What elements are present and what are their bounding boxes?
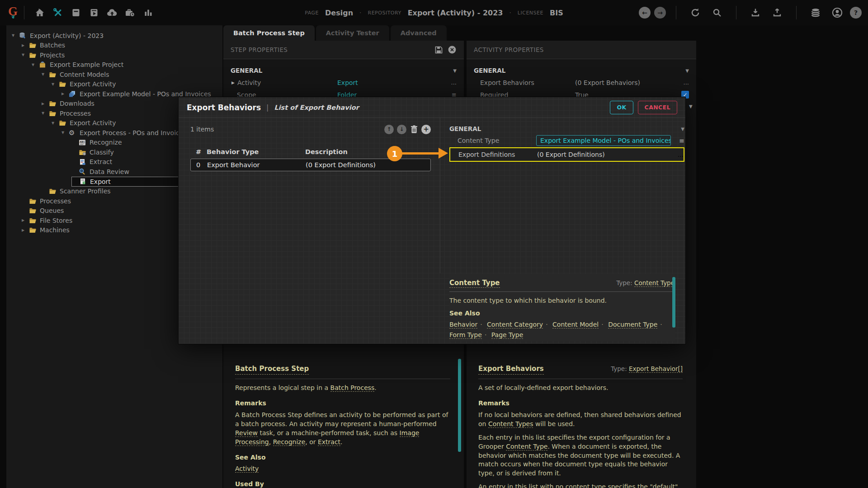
batches-icon[interactable] bbox=[69, 6, 83, 19]
doc-heading[interactable]: Export Behaviors bbox=[478, 364, 544, 375]
content-type-link[interactable]: Content Type bbox=[506, 443, 547, 450]
expander-icon[interactable] bbox=[22, 218, 29, 222]
expander-icon[interactable] bbox=[42, 111, 49, 115]
divider bbox=[796, 6, 797, 19]
content-model-link[interactable]: Content Model bbox=[552, 321, 599, 328]
expander-icon[interactable] bbox=[42, 72, 49, 76]
expander-icon[interactable] bbox=[61, 131, 69, 135]
cancel-button[interactable]: CANCEL bbox=[638, 101, 677, 114]
behavior-link[interactable]: Behavior bbox=[449, 321, 477, 328]
search-icon[interactable] bbox=[710, 6, 724, 19]
home-icon[interactable] bbox=[33, 6, 47, 19]
property-help-panel: Content Type Type: Content Type The cont… bbox=[449, 274, 675, 341]
chevron-down-icon[interactable]: ▼ bbox=[689, 104, 693, 109]
grooper-logo-icon[interactable]: G❦ bbox=[8, 7, 18, 19]
ellipsis-button[interactable]: ... bbox=[444, 79, 457, 86]
expander-icon[interactable] bbox=[12, 33, 19, 38]
type-link[interactable]: Content Type bbox=[634, 279, 675, 287]
export-behaviors-dialog: Export Behaviors | List of Export Behavi… bbox=[178, 97, 686, 344]
cloud-upload-icon[interactable] bbox=[105, 6, 119, 19]
tab-activity-tester[interactable]: Activity Tester bbox=[316, 25, 389, 41]
content-types-link[interactable]: Content Types bbox=[488, 420, 533, 428]
back-button[interactable]: ← bbox=[639, 7, 651, 19]
data-review-icon bbox=[79, 168, 88, 175]
tree-item-batches[interactable]: Batches bbox=[22, 41, 222, 51]
help-icon[interactable]: ? bbox=[850, 7, 862, 19]
design-tools-icon[interactable] bbox=[51, 6, 65, 19]
general-section-label: GENERAL bbox=[474, 67, 505, 74]
user-icon[interactable] bbox=[830, 6, 844, 19]
property-row-export-definitions-highlighted[interactable]: Export Definitions (0 Export Definitions… bbox=[449, 147, 684, 162]
form-type-link[interactable]: Form Type bbox=[449, 331, 482, 339]
activity-link[interactable]: Activity bbox=[235, 465, 259, 473]
scrollbar[interactable] bbox=[672, 277, 675, 328]
recognize-link[interactable]: Recognize bbox=[273, 438, 306, 446]
property-row-activity[interactable]: ▶Activity Export ... bbox=[231, 76, 457, 89]
document-type-link[interactable]: Document Type bbox=[608, 321, 657, 328]
tree-item-project[interactable]: Export Example Project bbox=[32, 60, 222, 70]
chevron-down-icon[interactable]: ▼ bbox=[453, 68, 457, 73]
expand-arrow-icon[interactable]: ▶ bbox=[231, 80, 235, 85]
review-link[interactable]: Review bbox=[235, 429, 258, 437]
hamburger-icon[interactable]: ≡ bbox=[671, 137, 684, 144]
activity-properties-title: ACTIVITY PROPERTIES bbox=[474, 46, 544, 53]
download-icon[interactable] bbox=[749, 6, 762, 19]
scrollbar[interactable] bbox=[458, 359, 461, 452]
annotation-arrow-head bbox=[439, 148, 448, 159]
database-icon[interactable] bbox=[809, 6, 822, 19]
expander-icon[interactable] bbox=[22, 53, 29, 57]
tree-item-root[interactable]: Export (Activity) - 2023 bbox=[12, 31, 222, 41]
ellipsis-button[interactable]: ... bbox=[670, 151, 684, 158]
folder-icon bbox=[49, 71, 58, 78]
tree-item-content-models[interactable]: Content Models bbox=[42, 70, 222, 80]
delete-button[interactable] bbox=[410, 125, 418, 134]
separator-dot: · bbox=[509, 9, 511, 16]
licensee-label: LICENSEE bbox=[518, 10, 543, 16]
batch-process-link[interactable]: Batch Process bbox=[330, 384, 375, 392]
page-type-link[interactable]: Page Type bbox=[491, 331, 524, 339]
dialog-title: Export Behaviors bbox=[187, 103, 261, 112]
see-also-label: See Also bbox=[235, 453, 450, 462]
expander-icon[interactable] bbox=[52, 82, 59, 86]
chevron-down-icon[interactable]: ▼ bbox=[685, 68, 689, 73]
expander-icon[interactable] bbox=[42, 102, 49, 106]
close-icon[interactable] bbox=[448, 45, 457, 54]
ellipsis-button[interactable]: ... bbox=[676, 79, 689, 86]
divider bbox=[478, 379, 683, 379]
help-heading[interactable]: Content Type bbox=[449, 279, 500, 288]
folder-icon bbox=[49, 110, 58, 117]
content-type-value[interactable]: Export Example Model - POs and Invoices bbox=[536, 135, 671, 146]
move-down-button[interactable]: ↓ bbox=[397, 125, 406, 134]
folder-icon bbox=[29, 217, 38, 224]
batch-run-icon[interactable] bbox=[87, 6, 101, 19]
property-row-content-type[interactable]: Content Type Export Example Model - POs … bbox=[449, 134, 684, 146]
tree-item-projects[interactable]: Projects bbox=[22, 50, 222, 60]
move-up-button[interactable]: ↑ bbox=[384, 125, 394, 134]
page-label: PAGE bbox=[305, 10, 319, 16]
tab-batch-process-step[interactable]: Batch Process Step bbox=[223, 25, 315, 41]
annotation-arrow-line bbox=[401, 152, 439, 155]
expander-icon[interactable] bbox=[52, 121, 59, 125]
content-category-link[interactable]: Content Category bbox=[487, 321, 543, 328]
chevron-down-icon[interactable]: ▼ bbox=[681, 127, 684, 131]
add-button[interactable]: + bbox=[421, 125, 431, 134]
save-icon[interactable] bbox=[434, 46, 443, 54]
expander-icon[interactable] bbox=[32, 63, 39, 67]
ok-button[interactable]: OK bbox=[610, 101, 633, 114]
refresh-icon[interactable] bbox=[689, 6, 702, 19]
expander-icon[interactable] bbox=[22, 43, 29, 47]
tab-advanced[interactable]: Advanced bbox=[391, 25, 447, 41]
doc-heading[interactable]: Batch Process Step bbox=[235, 364, 309, 375]
property-row-export-behaviors[interactable]: Export Behaviors (0 Export Behaviors) ..… bbox=[474, 76, 689, 89]
expander-icon[interactable] bbox=[22, 228, 29, 232]
stats-icon[interactable] bbox=[142, 6, 155, 19]
forward-button[interactable]: → bbox=[654, 7, 666, 19]
jobs-icon[interactable] bbox=[123, 6, 137, 19]
general-section-label: GENERAL bbox=[231, 67, 262, 74]
type-link[interactable]: Export Behavior[] bbox=[629, 365, 683, 373]
step-properties-title: STEP PROPERTIES bbox=[231, 46, 288, 53]
tree-item-export-activity[interactable]: Export Activity bbox=[52, 80, 222, 89]
extract-link[interactable]: Extract bbox=[318, 438, 340, 446]
upload-icon[interactable] bbox=[770, 6, 784, 19]
expander-icon[interactable] bbox=[61, 92, 69, 96]
